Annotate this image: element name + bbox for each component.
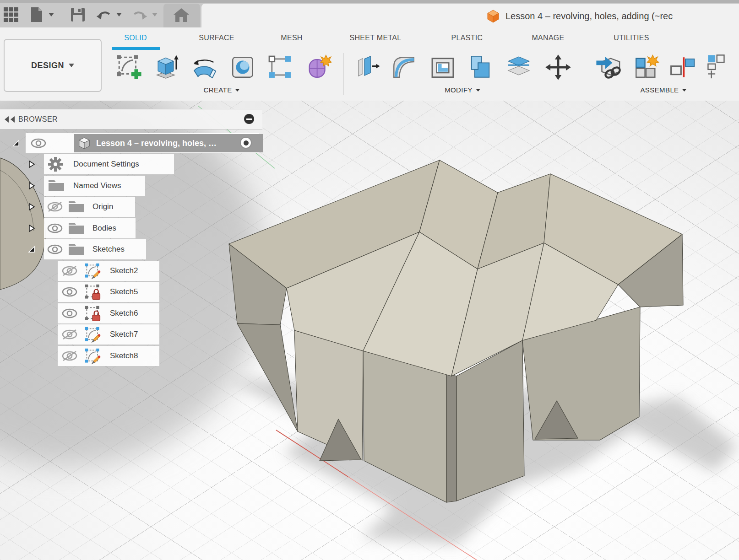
tree-row-sketch6[interactable]: Sketch6 — [0, 303, 165, 323]
activate-component-radio[interactable] — [240, 137, 252, 149]
panel-minimize-icon[interactable] — [244, 114, 254, 124]
tab-utilities[interactable]: UTILITIES — [614, 34, 649, 42]
node-label: Sketch7 — [110, 330, 138, 339]
row-strip: Document Settings — [44, 154, 174, 174]
visibility-eye-icon[interactable] — [47, 244, 63, 254]
selected-root-node[interactable]: Lesson 4 – revolving, holes, … — [74, 134, 263, 152]
workspace-switcher-button[interactable]: DESIGN — [4, 39, 102, 92]
tab-manage[interactable]: MANAGE — [532, 34, 564, 42]
row-strip: Bodies — [44, 218, 136, 238]
node-label: Sketch5 — [110, 287, 138, 296]
collapsed-triangle-icon[interactable] — [27, 224, 36, 232]
extrude-icon[interactable] — [152, 54, 179, 81]
group-label-create[interactable]: CREATE — [203, 86, 239, 94]
row-strip: Sketch7 — [58, 324, 159, 345]
node-label: Document Settings — [73, 160, 139, 169]
window-edge — [0, 0, 739, 3]
tree-row-sketches[interactable]: Sketches — [0, 239, 158, 259]
document-title-wrap: Lesson 4 – revolving, holes, adding (~re… — [486, 9, 673, 23]
redo-caret-icon[interactable] — [152, 13, 158, 16]
tab-surface[interactable]: SURFACE — [199, 34, 234, 42]
tab-mesh[interactable]: MESH — [281, 34, 302, 42]
tree-row-sketch2[interactable]: Sketch2 — [0, 261, 165, 281]
partial-toolbar-icon[interactable] — [707, 54, 734, 81]
create-form-icon[interactable] — [305, 54, 331, 81]
tab-solid[interactable]: SOLID — [124, 34, 147, 42]
node-label: Origin — [92, 202, 113, 211]
tab-plastic[interactable]: PLASTIC — [451, 34, 483, 42]
folder-icon — [68, 222, 85, 235]
row-strip: Named Views — [44, 176, 145, 196]
tree-row-bodies[interactable]: Bodies — [0, 218, 147, 238]
new-component-icon[interactable] — [633, 54, 659, 81]
split-body-icon[interactable] — [505, 54, 532, 81]
fusion360-window: Lesson 4 – revolving, holes, adding (~re… — [0, 0, 739, 560]
undo-icon[interactable] — [95, 6, 112, 23]
folder-icon — [48, 179, 65, 192]
collapsed-triangle-icon[interactable] — [27, 182, 36, 190]
caret-down-icon — [682, 89, 687, 92]
visibility-hidden-eye-icon[interactable] — [47, 201, 63, 212]
insert-icon[interactable] — [595, 54, 622, 81]
visibility-eye-icon[interactable] — [47, 223, 63, 233]
tree-row-sketch5[interactable]: Sketch5 — [0, 282, 165, 302]
sketch-icon — [84, 262, 102, 280]
visibility-hidden-eye-icon[interactable] — [61, 350, 78, 361]
collapse-panel-icon[interactable] — [4, 116, 16, 123]
caret-down-icon — [69, 64, 74, 67]
gear-icon — [48, 156, 63, 172]
visibility-eye-icon[interactable] — [30, 138, 47, 148]
folder-icon — [68, 200, 85, 213]
tab-sheet-metal[interactable]: SHEET METAL — [350, 34, 402, 42]
visibility-eye-icon[interactable] — [61, 287, 78, 297]
group-label-modify[interactable]: MODIFY — [445, 86, 480, 94]
row-strip: Sketch2 — [58, 261, 159, 281]
group-label-assemble[interactable]: ASSEMBLE — [640, 86, 686, 94]
press-pull-icon[interactable] — [354, 54, 380, 81]
browser-panel-title: BROWSER — [18, 115, 58, 124]
sketch-icon — [84, 326, 102, 344]
save-icon[interactable] — [70, 6, 86, 23]
redo-icon[interactable] — [132, 6, 148, 23]
joint-icon[interactable] — [669, 54, 696, 81]
new-file-icon[interactable] — [28, 6, 45, 23]
tree-row-root[interactable]: Lesson 4 – revolving, holes, … — [0, 133, 262, 153]
component-cube-icon — [78, 137, 91, 150]
document-tab[interactable]: Lesson 4 – revolving, holes, adding (~re… — [201, 4, 739, 27]
collapsed-triangle-icon[interactable] — [27, 160, 36, 168]
move-icon[interactable] — [545, 54, 571, 81]
collapsed-triangle-icon[interactable] — [27, 203, 36, 211]
new-file-caret-icon[interactable] — [49, 13, 54, 16]
pattern-icon[interactable] — [267, 54, 293, 81]
revolve-icon[interactable] — [191, 54, 218, 81]
node-label: Bodies — [92, 224, 116, 233]
tree-row-named-views[interactable]: Named Views — [0, 176, 156, 196]
shell-icon[interactable] — [429, 54, 456, 81]
row-strip: Sketch5 — [58, 282, 159, 302]
expand-triangle-icon[interactable] — [12, 139, 20, 147]
create-sketch-icon[interactable] — [116, 54, 142, 81]
tree-row-document-settings[interactable]: Document Settings — [0, 154, 183, 174]
sketch-locked-icon — [84, 305, 102, 323]
fillet-icon[interactable] — [391, 54, 417, 81]
browser-panel-header: BROWSER — [0, 109, 262, 129]
tree-row-sketch7[interactable]: Sketch7 — [0, 324, 165, 345]
visibility-eye-icon[interactable] — [61, 308, 78, 318]
visibility-hidden-eye-icon[interactable] — [61, 329, 78, 340]
tree-row-origin[interactable]: Origin — [0, 197, 147, 217]
undo-caret-icon[interactable] — [116, 13, 122, 16]
app-grid-icon[interactable] — [3, 6, 19, 23]
root-node-label: Lesson 4 – revolving, holes, … — [96, 139, 217, 148]
row-strip: Origin — [44, 197, 135, 217]
home-icon[interactable] — [173, 7, 190, 23]
expand-triangle-icon[interactable] — [27, 245, 36, 253]
visibility-hidden-eye-icon[interactable] — [61, 265, 78, 276]
node-label: Sketch6 — [110, 309, 138, 318]
hole-icon[interactable] — [229, 54, 256, 81]
node-label: Sketch8 — [110, 351, 138, 361]
caret-down-icon — [235, 89, 240, 92]
combine-icon[interactable] — [467, 54, 494, 81]
tree-row-sketch8[interactable]: Sketch8 — [0, 346, 165, 366]
caret-down-icon — [476, 89, 480, 92]
ribbon: SOLID SURFACE MESH SHEET METAL PLASTIC M… — [0, 27, 739, 101]
